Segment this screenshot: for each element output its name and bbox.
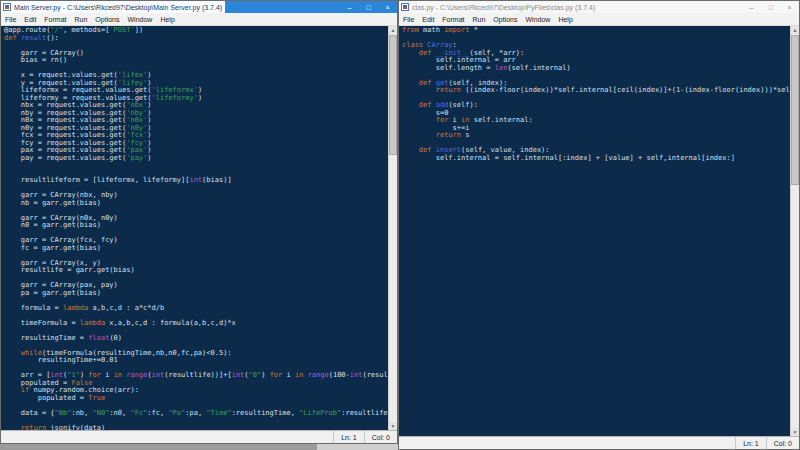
code-line bbox=[402, 35, 790, 43]
code-line: return s bbox=[402, 132, 790, 140]
scroll-up-icon[interactable]: ▲ bbox=[791, 26, 799, 34]
code-line bbox=[4, 162, 388, 170]
vertical-scrollbar[interactable]: ▲ ▼ bbox=[388, 26, 397, 430]
code-line: @app.route("/", methods=['POST']) bbox=[4, 27, 388, 35]
code-line: nb = garr.get(bias) bbox=[4, 200, 388, 208]
window-title: clas.py - C:\Users\Rkced97\Desktop\PyFil… bbox=[412, 4, 595, 11]
vertical-scrollbar[interactable]: ▲ ▼ bbox=[790, 26, 799, 436]
menu-window[interactable]: Window bbox=[521, 16, 554, 23]
scroll-down-icon[interactable]: ▼ bbox=[389, 422, 397, 430]
status-line: Ln: 1 bbox=[735, 437, 766, 449]
status-line: Ln: 1 bbox=[333, 431, 364, 443]
code-line: self.length = len(self.internal) bbox=[402, 65, 790, 73]
code-line: return ((index-floor(index))*self.intern… bbox=[402, 87, 790, 95]
code-line: timeFormula = lambda x,a,b,c,d : formula… bbox=[4, 320, 388, 328]
code-line: pay = request.values.get('pay') bbox=[4, 155, 388, 163]
python-file-icon bbox=[401, 3, 409, 11]
scroll-down-icon[interactable]: ▼ bbox=[791, 428, 799, 436]
menu-edit[interactable]: Edit bbox=[20, 16, 40, 23]
code-line: fc = garr.get(bias) bbox=[4, 245, 388, 253]
idle-window-clas: clas.py - C:\Users\Rkced97\Desktop\PyFil… bbox=[398, 0, 800, 450]
menu-help[interactable]: Help bbox=[554, 16, 576, 23]
code-line: def result(): bbox=[4, 35, 388, 43]
menu-format[interactable]: Format bbox=[40, 16, 70, 23]
menu-options[interactable]: Options bbox=[91, 16, 123, 23]
code-line: def add(self): bbox=[402, 102, 790, 110]
code-line: populated = True bbox=[4, 395, 388, 403]
maximize-icon[interactable]: □ bbox=[359, 1, 378, 13]
statusbar: Ln: 1 Col: 0 bbox=[399, 436, 799, 449]
code-line: pa = garr.get(bias) bbox=[4, 290, 388, 298]
close-icon[interactable]: × bbox=[780, 1, 799, 13]
status-col: Col: 0 bbox=[364, 431, 397, 443]
menubar: FileEditFormatRunOptionsWindowHelp bbox=[1, 13, 397, 26]
title-area: clas.py - C:\Users\Rkced97\Desktop\PyFil… bbox=[399, 1, 598, 13]
code-line: resultingTime = float(0) bbox=[4, 335, 388, 343]
code-line: bias = rn() bbox=[4, 57, 388, 65]
code-line: self.internal = self.internal[:index] + … bbox=[402, 155, 790, 163]
status-col: Col: 0 bbox=[766, 437, 799, 449]
menu-run[interactable]: Run bbox=[71, 16, 92, 23]
menu-format[interactable]: Format bbox=[438, 16, 468, 23]
code-line: from math import * bbox=[402, 27, 790, 35]
menu-file[interactable]: File bbox=[1, 16, 20, 23]
scrollbar-thumb[interactable] bbox=[791, 35, 799, 185]
menu-window[interactable]: Window bbox=[123, 16, 156, 23]
menu-edit[interactable]: Edit bbox=[418, 16, 438, 23]
window-title: Main Server.py - C:\Users\Rkced97\Deskto… bbox=[14, 4, 222, 11]
maximize-icon[interactable]: □ bbox=[761, 1, 780, 13]
code-line: resultlifeform = [lifeformx, lifeformy][… bbox=[4, 177, 388, 185]
code-line: resultlife = garr.get(bias) bbox=[4, 267, 388, 275]
titlebar[interactable]: clas.py - C:\Users\Rkced97\Desktop\PyFil… bbox=[399, 1, 799, 13]
code-editor[interactable]: @app.route("/", methods=['POST'])def res… bbox=[1, 26, 388, 430]
code-editor[interactable]: from math import * class CArray: def __i… bbox=[399, 26, 790, 436]
menu-help[interactable]: Help bbox=[156, 16, 178, 23]
statusbar: Ln: 1 Col: 0 bbox=[1, 430, 397, 443]
scroll-up-icon[interactable]: ▲ bbox=[389, 26, 397, 34]
title-area: Main Server.py - C:\Users\Rkced97\Deskto… bbox=[1, 1, 225, 13]
code-line: data = {"Nb":nb, "N0":n0, "Fc":fc, "Pa":… bbox=[4, 410, 388, 418]
python-file-icon bbox=[3, 3, 11, 11]
titlebar[interactable]: Main Server.py - C:\Users\Rkced97\Deskto… bbox=[1, 1, 397, 13]
close-icon[interactable]: × bbox=[378, 1, 397, 13]
menu-file[interactable]: File bbox=[399, 16, 418, 23]
minimize-icon[interactable]: – bbox=[340, 1, 359, 13]
idle-window-main-server: Main Server.py - C:\Users\Rkced97\Deskto… bbox=[0, 0, 398, 444]
desktop-background bbox=[0, 444, 317, 450]
minimize-icon[interactable]: – bbox=[742, 1, 761, 13]
scrollbar-thumb[interactable] bbox=[389, 35, 397, 155]
menu-run[interactable]: Run bbox=[469, 16, 490, 23]
menubar: FileEditFormatRunOptionsWindowHelp bbox=[399, 13, 799, 26]
code-line: resultingTime+=0.01 bbox=[4, 357, 388, 365]
menu-options[interactable]: Options bbox=[489, 16, 521, 23]
code-line: n0 = garr.get(bias) bbox=[4, 222, 388, 230]
desktop-background bbox=[317, 444, 398, 450]
code-line: formula = lambda a,b,c,d : a*c*d/b bbox=[4, 305, 388, 313]
